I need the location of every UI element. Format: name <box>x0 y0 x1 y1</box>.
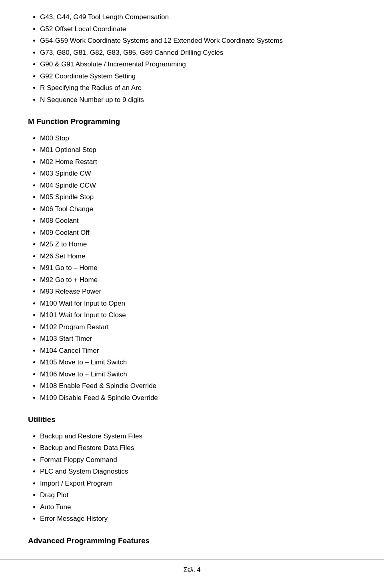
list-item: M04 Spindle CCW <box>40 180 356 191</box>
list-item: M92 Go to + Home <box>40 275 356 285</box>
utilities-heading: Utilities <box>28 414 356 426</box>
list-item: M103 Start Timer <box>40 334 356 344</box>
intro-list: G43, G44, G49 Tool Length Compensation G… <box>40 12 356 105</box>
list-item: Error Message History <box>40 514 356 524</box>
content-area: G43, G44, G49 Tool Length Compensation G… <box>28 12 356 546</box>
list-item: M06 Tool Change <box>40 204 356 214</box>
list-item: Auto Tune <box>40 502 356 512</box>
page-container: G43, G44, G49 Tool Length Compensation G… <box>0 0 384 588</box>
list-item: M01 Optional Stop <box>40 145 356 155</box>
page-footer: Σελ. 4 <box>0 560 384 576</box>
list-item: Import / Export Program <box>40 478 356 489</box>
list-item: M91 Go to – Home <box>40 263 356 273</box>
list-item: G90 & G91 Absolute / Incremental Program… <box>40 59 356 70</box>
list-item: PLC and System Diagnostics <box>40 466 356 477</box>
list-item: M00 Stop <box>40 133 356 144</box>
list-item: M104 Cancel Timer <box>40 346 356 356</box>
list-item: G54-G59 Work Coordinate Systems and 12 E… <box>40 36 356 46</box>
list-item: M02 Home Restart <box>40 157 356 167</box>
list-item: M25 Z to Home <box>40 239 356 250</box>
list-item: M08 Coolant <box>40 216 356 226</box>
list-item: M108 Enable Feed & Spindle Override <box>40 381 356 391</box>
list-item: Backup and Restore Data Files <box>40 443 356 453</box>
list-item: G92 Coordinate System Setting <box>40 71 356 82</box>
page-number: Σελ. 4 <box>176 564 209 576</box>
list-item: M05 Spindle Stop <box>40 192 356 202</box>
list-item: N Sequence Number up to 9 digits <box>40 95 356 105</box>
list-item: R Specifying the Radius of an Arc <box>40 83 356 93</box>
list-item: M26 Set Home <box>40 251 356 262</box>
m-function-heading: M Function Programming <box>28 116 356 128</box>
list-item: M93 Release Power <box>40 286 356 297</box>
list-item: M102 Program Restart <box>40 322 356 332</box>
list-item: M101 Wait for Input to Close <box>40 310 356 320</box>
list-item: Drag Plot <box>40 490 356 500</box>
m-function-list: M00 Stop M01 Optional Stop M02 Home Rest… <box>40 133 356 403</box>
list-item: Format Floppy Command <box>40 455 356 465</box>
list-item: M106 Move to + Limit Switch <box>40 369 356 380</box>
list-item: M105 Move to – Limit Switch <box>40 357 356 368</box>
utilities-list: Backup and Restore System Files Backup a… <box>40 431 356 524</box>
list-item: G73, G80, G81, G82, G83, G85, G89 Canned… <box>40 48 356 58</box>
list-item: M09 Coolant Off <box>40 228 356 238</box>
list-item: G43, G44, G49 Tool Length Compensation <box>40 12 356 22</box>
list-item: M109 Disable Feed & Spindle Override <box>40 393 356 403</box>
list-item: Backup and Restore System Files <box>40 431 356 442</box>
list-item: G52 Offset Local Coordinate <box>40 24 356 34</box>
list-item: M100 Wait for Input to Open <box>40 298 356 309</box>
advanced-heading: Advanced Programming Features <box>28 535 356 547</box>
list-item: M03 Spindle CW <box>40 168 356 179</box>
